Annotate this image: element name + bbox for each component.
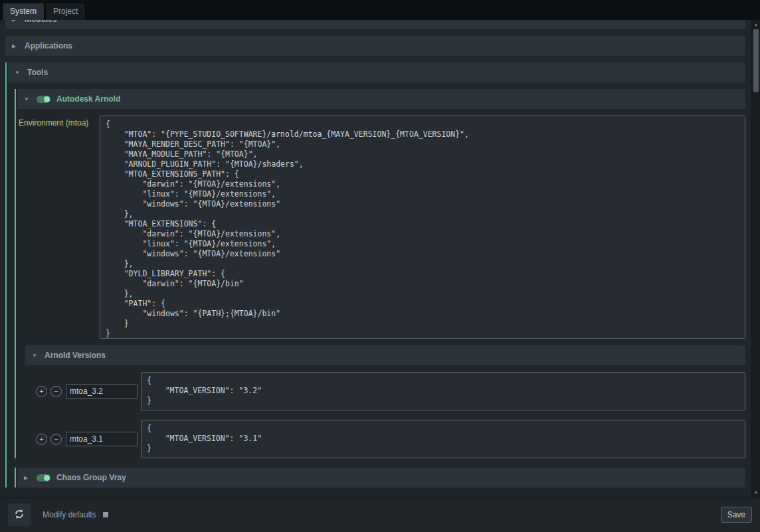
arnold-enabled-toggle[interactable] xyxy=(37,96,50,103)
tab-bar: System Project xyxy=(0,0,760,20)
footer-bar: Modify defaults Save xyxy=(0,497,760,532)
vray-enabled-toggle[interactable] xyxy=(37,474,50,482)
version-row-controls: + − xyxy=(36,434,62,445)
scroll-view: ▶ Modules ▶ Applications ▼ Tools xyxy=(0,20,760,497)
tab-system[interactable]: System xyxy=(2,3,45,20)
refresh-icon xyxy=(13,508,25,522)
settings-window: System Project ▶ Modules ▶ Applications xyxy=(0,0,760,532)
modify-defaults-label: Modify defaults xyxy=(43,510,96,519)
chevron-right-icon: ▶ xyxy=(24,475,31,481)
group-chaos-group-vray: ▶ Chaos Group Vray xyxy=(15,468,745,488)
section-header-modules[interactable]: ▶ Modules xyxy=(5,20,745,29)
environment-row: Environment (mtoa) { "MTOA": "{PYPE_STUD… xyxy=(19,116,745,339)
group-header-chaos-group-vray[interactable]: ▶ Chaos Group Vray xyxy=(17,468,745,488)
chevron-right-icon: ▶ xyxy=(12,20,19,23)
remove-version-button[interactable]: − xyxy=(50,386,62,397)
version-name-input[interactable] xyxy=(66,432,138,446)
scrollbar-thumb[interactable] xyxy=(753,29,759,92)
group-header-autodesk-arnold[interactable]: ▼ Autodesk Arnold xyxy=(17,89,745,109)
remove-version-button[interactable]: − xyxy=(50,434,62,445)
add-version-button[interactable]: + xyxy=(36,386,47,397)
section-arnold-versions: ▼ Arnold Versions + − { "MTOA_V xyxy=(25,345,745,458)
settings-content: ▶ Modules ▶ Applications ▼ Tools xyxy=(0,20,760,497)
version-row: + − { "MTOA_VERSION": "3.2" } xyxy=(36,372,745,410)
version-row: + − { "MTOA_VERSION": "3.1" } xyxy=(36,420,745,458)
chevron-down-icon: ▼ xyxy=(32,353,39,359)
section-title-modules: Modules xyxy=(25,20,57,24)
chevron-down-icon: ▼ xyxy=(15,70,21,76)
refresh-button[interactable] xyxy=(8,503,31,526)
version-json-editor[interactable]: { "MTOA_VERSION": "3.1" } xyxy=(141,420,745,458)
version-json-editor[interactable]: { "MTOA_VERSION": "3.2" } xyxy=(141,372,745,410)
group-title-chaos-group-vray: Chaos Group Vray xyxy=(56,473,126,482)
section-header-arnold-versions[interactable]: ▼ Arnold Versions xyxy=(25,345,745,365)
tab-project[interactable]: Project xyxy=(45,3,86,20)
section-title-tools: Tools xyxy=(27,68,48,77)
section-tools: ▼ Tools ▼ Autodesk Arnold Environment (m… xyxy=(5,62,745,488)
section-header-tools[interactable]: ▼ Tools xyxy=(8,62,745,82)
modify-defaults-checkbox[interactable] xyxy=(103,512,108,517)
environment-json-editor[interactable]: { "MTOA": "{PYPE_STUDIO_SOFTWARE}/arnold… xyxy=(100,116,745,339)
scroll-down-arrow-icon[interactable]: ▼ xyxy=(752,488,760,497)
scroll-up-arrow-icon[interactable]: ▲ xyxy=(752,20,760,29)
add-version-button[interactable]: + xyxy=(36,434,47,445)
section-title-applications: Applications xyxy=(25,41,72,50)
group-title-autodesk-arnold: Autodesk Arnold xyxy=(56,94,120,104)
version-name-input[interactable] xyxy=(66,384,138,399)
vertical-scrollbar[interactable]: ▲ ▼ xyxy=(751,20,760,497)
save-button[interactable]: Save xyxy=(721,507,752,523)
chevron-down-icon: ▼ xyxy=(24,96,31,102)
section-title-arnold-versions: Arnold Versions xyxy=(45,351,106,360)
section-header-applications[interactable]: ▶ Applications xyxy=(5,36,745,56)
environment-label: Environment (mtoa) xyxy=(19,116,100,339)
chevron-right-icon: ▶ xyxy=(12,43,19,49)
group-autodesk-arnold: ▼ Autodesk Arnold Environment (mtoa) { "… xyxy=(15,89,745,458)
version-row-controls: + − xyxy=(36,386,62,397)
